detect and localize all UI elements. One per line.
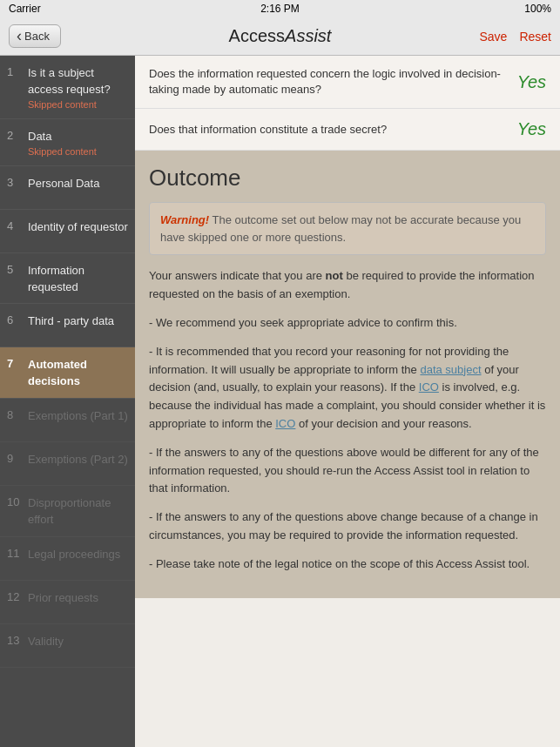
warning-box: Warning! The outcome set out below may n… xyxy=(149,202,546,255)
sidebar-number-2: 2 xyxy=(7,129,23,142)
sidebar-number-5: 5 xyxy=(7,263,23,276)
sidebar-item-13: 13Validity xyxy=(0,624,135,668)
sidebar-item-5[interactable]: 5Information requested xyxy=(0,253,135,305)
sidebar-number-6: 6 xyxy=(7,313,23,326)
sidebar-label-5: Information requested xyxy=(28,264,84,293)
sidebar-label-11: Legal proceedings xyxy=(28,548,120,561)
sidebar-label-4: Identity of requestor xyxy=(28,220,128,233)
sidebar-label-6: Third - party data xyxy=(28,314,114,327)
sidebar-number-1: 1 xyxy=(7,65,23,78)
question-text-2: Does that information constitute a trade… xyxy=(149,122,511,138)
answer-1: Yes xyxy=(511,72,546,92)
sidebar-label-10: Disproportionate effort xyxy=(28,496,111,526)
ico-link-2[interactable]: ICO xyxy=(275,417,295,430)
sidebar-item-7[interactable]: 7Automated decisions xyxy=(0,347,135,399)
sidebar: 1Is it a subject access request?Skipped … xyxy=(0,56,135,747)
sidebar-label-2: Data xyxy=(28,130,51,143)
title-bold: Access xyxy=(229,26,285,45)
title-italic: Assist xyxy=(285,26,331,45)
nav-actions: Save Reset xyxy=(480,30,552,44)
sidebar-label-7: Automated decisions xyxy=(28,358,87,387)
main-layout: 1Is it a subject access request?Skipped … xyxy=(0,56,560,747)
sidebar-item-8: 8Exemptions (Part 1) xyxy=(0,399,135,442)
nav-bar: Back AccessAssist Save Reset xyxy=(0,17,560,56)
sidebar-item-3[interactable]: 3Personal Data xyxy=(0,166,135,210)
sidebar-item-11: 11Legal proceedings xyxy=(0,537,135,581)
time-label: 2:16 PM xyxy=(260,3,300,15)
sidebar-number-8: 8 xyxy=(7,408,23,421)
warning-label: Warning! xyxy=(160,213,209,226)
back-button[interactable]: Back xyxy=(9,24,61,48)
outcome-body: Your answers indicate that you are not b… xyxy=(149,267,546,573)
sidebar-item-2[interactable]: 2DataSkipped content xyxy=(0,119,135,166)
battery-label: 100% xyxy=(524,3,551,15)
sidebar-label-9: Exemptions (Part 2) xyxy=(28,453,128,466)
sidebar-label-13: Validity xyxy=(28,635,64,648)
app-title: AccessAssist xyxy=(229,26,332,46)
sidebar-label-12: Prior requests xyxy=(28,591,98,604)
question-row-2: Does that information constitute a trade… xyxy=(135,109,560,151)
outcome-bullet-1: - We recommend you seek appropriate advi… xyxy=(149,314,546,333)
sidebar-item-9: 9Exemptions (Part 2) xyxy=(0,442,135,486)
sidebar-number-12: 12 xyxy=(7,590,23,603)
outcome-bullet-5: - Please take note of the legal notice o… xyxy=(149,555,546,574)
reset-button[interactable]: Reset xyxy=(519,30,551,44)
question-text-1: Does the information requested concern t… xyxy=(149,66,511,98)
content-area: Does the information requested concern t… xyxy=(135,56,560,747)
sidebar-number-9: 9 xyxy=(7,452,23,465)
sidebar-number-11: 11 xyxy=(7,547,23,560)
sidebar-sublabel-2: Skipped content xyxy=(28,146,128,157)
outcome-bullet-4: - If the answers to any of the questions… xyxy=(149,508,546,545)
outcome-title: Outcome xyxy=(149,165,546,192)
sidebar-number-3: 3 xyxy=(7,176,23,189)
outcome-bullet-3: - If the answers to any of the questions… xyxy=(149,444,546,498)
ico-link-1[interactable]: ICO xyxy=(419,380,439,394)
sidebar-label-8: Exemptions (Part 1) xyxy=(28,409,128,422)
sidebar-number-4: 4 xyxy=(7,219,23,232)
save-button[interactable]: Save xyxy=(480,30,508,44)
sidebar-label-1: Is it a subject access request? xyxy=(28,66,111,96)
sidebar-item-4[interactable]: 4Identity of requestor xyxy=(0,210,135,253)
outcome-section: Outcome Warning! The outcome set out bel… xyxy=(135,151,560,597)
outcome-bullet-2: - It is recommended that you record your… xyxy=(149,343,546,434)
sidebar-sublabel-1: Skipped content xyxy=(28,99,128,110)
outcome-main: Your answers indicate that you are not b… xyxy=(149,267,546,304)
sidebar-item-12: 12Prior requests xyxy=(0,581,135,624)
data-subject-link[interactable]: data subject xyxy=(420,363,481,376)
sidebar-item-1[interactable]: 1Is it a subject access request?Skipped … xyxy=(0,56,135,119)
carrier-label: Carrier xyxy=(9,3,41,15)
answer-2: Yes xyxy=(511,119,546,139)
sidebar-number-7: 7 xyxy=(7,357,23,370)
warning-text: The outcome set out below may not be acc… xyxy=(160,213,521,244)
sidebar-number-10: 10 xyxy=(7,495,23,508)
sidebar-number-13: 13 xyxy=(7,634,23,647)
status-bar: Carrier 2:16 PM 100% xyxy=(0,0,560,17)
sidebar-item-6[interactable]: 6Third - party data xyxy=(0,304,135,347)
question-row-1: Does the information requested concern t… xyxy=(135,56,560,109)
sidebar-item-10: 10Disproportionate effort xyxy=(0,486,135,537)
sidebar-label-3: Personal Data xyxy=(28,177,99,190)
